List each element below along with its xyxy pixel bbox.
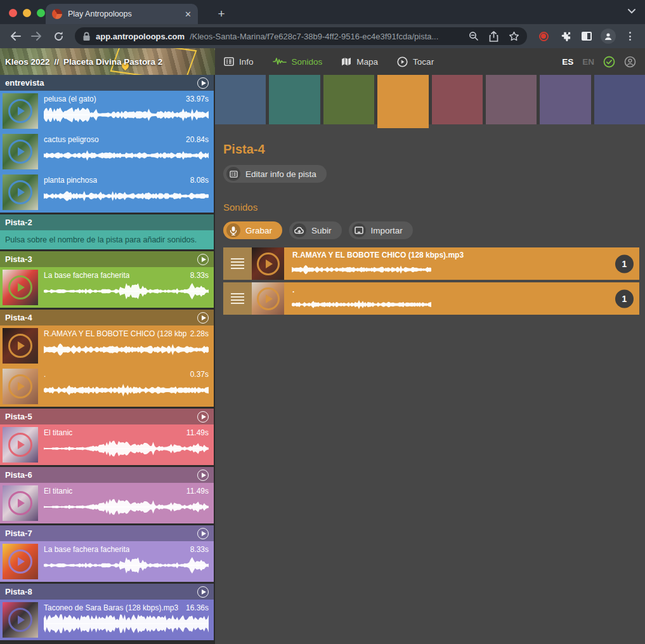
- sound-thumbnail[interactable]: [3, 544, 38, 579]
- tab-info[interactable]: Info: [224, 57, 254, 67]
- track-color-tab[interactable]: [432, 75, 483, 124]
- new-tab-button[interactable]: +: [213, 6, 230, 22]
- sound-thumbnail[interactable]: [3, 602, 38, 638]
- sound-row[interactable]: El titanic11.49s: [0, 483, 214, 523]
- track-color-tab[interactable]: [269, 75, 320, 124]
- sound-thumbnail[interactable]: [3, 328, 38, 364]
- side-panel-icon[interactable]: [578, 27, 596, 45]
- sound-row[interactable]: La base fachera facherita8.33s: [0, 541, 214, 582]
- account-icon[interactable]: [624, 56, 636, 68]
- track-play-button[interactable]: [197, 312, 209, 324]
- window-controls[interactable]: [9, 9, 45, 17]
- sound-thumbnail[interactable]: [3, 270, 38, 305]
- sound-duration: 0.37s: [190, 370, 209, 379]
- track-color-tab[interactable]: [215, 75, 266, 124]
- record-extension-icon[interactable]: [535, 27, 552, 45]
- track-color-tab[interactable]: [540, 75, 590, 124]
- url-bar[interactable]: app.antropoloops.com /Kleos-Santa-Marina…: [75, 27, 527, 45]
- browser-tab[interactable]: Play Antropoloops ✕: [46, 4, 198, 24]
- grabar-button[interactable]: Grabar: [223, 221, 282, 239]
- play-overlay-icon[interactable]: [8, 608, 32, 632]
- track-sound-row[interactable]: .1: [223, 282, 639, 315]
- lang-en[interactable]: EN: [582, 57, 594, 67]
- zoom-out-icon[interactable]: [469, 31, 479, 41]
- sound-thumbnail[interactable]: [3, 134, 38, 169]
- track-play-button[interactable]: [197, 254, 209, 265]
- track-section-label: Pista-6: [5, 470, 32, 480]
- play-overlay-icon[interactable]: [8, 491, 32, 515]
- track-section-header[interactable]: Pista-8: [0, 584, 214, 600]
- track-section-header[interactable]: Pista-3: [0, 251, 214, 267]
- lang-es[interactable]: ES: [562, 57, 573, 67]
- track-sound-row[interactable]: R.AMAYA Y EL BOBOTE CHICO (128 kbps).mp3…: [223, 247, 639, 280]
- track-color-tab[interactable]: [323, 75, 374, 124]
- edit-track-info-button[interactable]: Editar info de pista: [223, 165, 327, 183]
- sound-row[interactable]: pelusa (el gato)33.97s: [0, 91, 214, 131]
- track-color-tab[interactable]: [594, 75, 645, 124]
- track-section-header[interactable]: Pista-4: [0, 310, 214, 325]
- track-color-tab[interactable]: [486, 75, 537, 124]
- tab-search-chevron-icon[interactable]: [627, 8, 636, 15]
- play-overlay-icon[interactable]: [8, 374, 32, 398]
- reload-button[interactable]: [49, 27, 67, 45]
- sound-row[interactable]: R.AMAYA Y EL BOBOTE CHICO (128 kbps)....…: [0, 325, 214, 366]
- track-play-button[interactable]: [197, 586, 209, 598]
- sound-title: R.AMAYA Y EL BOBOTE CHICO (128 kbps)....: [44, 329, 186, 338]
- sound-thumbnail[interactable]: [252, 282, 284, 315]
- sound-row[interactable]: cactus peligroso20.84s: [0, 131, 214, 172]
- sound-row[interactable]: Taconeo de Sara Baras (128 kbps).mp316.3…: [0, 600, 214, 640]
- back-button[interactable]: [6, 27, 24, 45]
- track-play-button[interactable]: [197, 470, 209, 481]
- zoom-window-button[interactable]: [37, 9, 45, 17]
- play-overlay-icon[interactable]: [8, 275, 32, 299]
- track-section-header[interactable]: entrevista: [0, 75, 214, 91]
- sound-thumbnail[interactable]: [3, 174, 38, 210]
- tab-tocar[interactable]: Tocar: [397, 56, 434, 67]
- track-play-button[interactable]: [197, 411, 209, 423]
- play-overlay-icon[interactable]: [8, 334, 32, 358]
- track-play-button[interactable]: [197, 77, 209, 89]
- play-overlay-icon[interactable]: [257, 253, 280, 275]
- play-overlay-icon[interactable]: [257, 287, 280, 310]
- sound-thumbnail[interactable]: [3, 427, 38, 463]
- sound-row[interactable]: planta pinchosa8.08s: [0, 172, 214, 213]
- forward-button[interactable]: [28, 27, 46, 45]
- sound-thumbnail[interactable]: [3, 485, 38, 521]
- play-overlay-icon[interactable]: [8, 433, 32, 457]
- extensions-puzzle-icon[interactable]: [556, 27, 574, 45]
- track-play-button[interactable]: [197, 528, 209, 539]
- bookmark-star-icon[interactable]: [509, 31, 519, 41]
- subir-button[interactable]: Subir: [289, 221, 342, 239]
- importar-button[interactable]: Importar: [349, 221, 413, 239]
- track-section-header[interactable]: Pista-6: [0, 467, 214, 483]
- sync-check-icon[interactable]: [603, 56, 615, 68]
- project-name: Kleos 2022: [5, 57, 50, 67]
- tab-close-icon[interactable]: ✕: [185, 10, 192, 19]
- sound-thumbnail[interactable]: [3, 369, 38, 404]
- tab-mapa-label: Mapa: [356, 57, 378, 67]
- profile-avatar[interactable]: [599, 27, 617, 45]
- play-overlay-icon[interactable]: [8, 99, 32, 123]
- sound-row[interactable]: .0.37s: [0, 366, 214, 407]
- play-overlay-icon[interactable]: [8, 549, 32, 574]
- close-window-button[interactable]: [9, 9, 17, 17]
- map-title: Placeta Divina Pastora 2: [63, 57, 162, 67]
- track-section-header[interactable]: Pista-5: [0, 409, 214, 424]
- track-section-header[interactable]: Pista-2: [0, 214, 214, 230]
- drag-handle[interactable]: [223, 247, 252, 280]
- play-overlay-icon[interactable]: [8, 140, 32, 164]
- share-icon[interactable]: [489, 31, 498, 42]
- tab-sonidos[interactable]: Sonidos: [273, 57, 323, 67]
- minimize-window-button[interactable]: [23, 9, 31, 17]
- tab-mapa[interactable]: Mapa: [341, 57, 378, 67]
- sound-row[interactable]: La base fachera facherita8.33s: [0, 267, 214, 308]
- sound-thumbnail[interactable]: [252, 247, 284, 280]
- track-color-tab-selected[interactable]: [377, 75, 428, 128]
- sound-row[interactable]: El titanic11.49s: [0, 424, 214, 465]
- track-section-header[interactable]: Pista-7: [0, 525, 214, 541]
- drag-handle[interactable]: [223, 282, 252, 315]
- browser-menu-icon[interactable]: [621, 27, 639, 45]
- sound-thumbnail[interactable]: [3, 93, 38, 129]
- map-banner[interactable]: Kleos 2022 // Placeta Divina Pastora 2: [0, 48, 215, 75]
- play-overlay-icon[interactable]: [8, 180, 32, 204]
